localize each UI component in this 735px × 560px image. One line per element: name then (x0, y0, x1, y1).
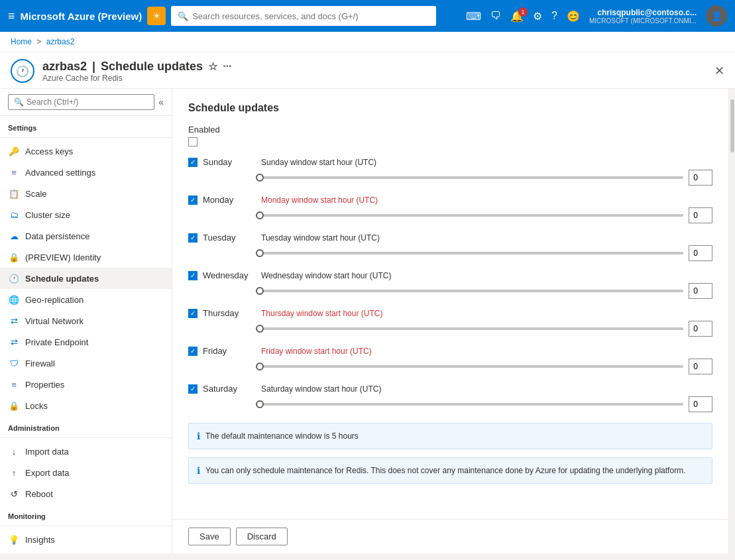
breadcrumb-home[interactable]: Home (11, 37, 32, 46)
tuesday-value-input[interactable] (689, 245, 712, 261)
favorite-star[interactable]: ☆ (208, 60, 217, 73)
search-input[interactable] (192, 11, 429, 21)
sidebar-search-inner[interactable]: 🔍 (8, 94, 154, 110)
sidebar-item-access-keys[interactable]: 🔑 Access keys (0, 140, 172, 162)
sidebar-item-label: Data persistence (25, 231, 90, 241)
sidebar-item-scale[interactable]: 📋 Scale (0, 183, 172, 204)
sidebar-item-cluster-size[interactable]: 🗂 Cluster size (0, 204, 172, 225)
saturday-checkbox[interactable] (188, 384, 198, 394)
info-text-1: The default maintenance window is 5 hour… (205, 430, 359, 442)
thursday-value-input[interactable] (689, 321, 712, 337)
settings-divider (0, 137, 172, 138)
saturday-value-input[interactable] (689, 396, 712, 412)
reboot-icon: ↺ (8, 488, 20, 500)
info-icon-2: ℹ (197, 465, 200, 476)
sidebar-item-insights[interactable]: 💡 Insights (0, 529, 172, 550)
sidebar-item-properties[interactable]: ≡ Properties (0, 374, 172, 395)
wednesday-slider-label: Wednesday window start hour (UTC) (261, 271, 407, 280)
sidebar-item-firewall[interactable]: 🛡 Firewall (0, 353, 172, 374)
friday-checkbox[interactable] (188, 347, 198, 356)
settings-icon[interactable]: ⚙ (533, 10, 542, 23)
sidebar-item-label: Properties (25, 380, 64, 390)
scrollbar[interactable] (728, 89, 735, 553)
identity-icon: 🔒 (8, 251, 20, 263)
day-row-thursday: Thursday Thursday window start hour (UTC… (188, 308, 712, 337)
sidebar-item-label: Access keys (25, 146, 73, 156)
global-search[interactable]: 🔍 (171, 6, 436, 26)
sidebar-item-advanced-settings[interactable]: ≡ Advanced settings (0, 162, 172, 183)
sidebar-item-private-endpoint[interactable]: ⇄ Private Endpoint (0, 331, 172, 353)
saturday-label: Saturday (203, 384, 256, 394)
main-layout: 🔍 « Settings 🔑 Access keys ≡ Advanced se… (0, 89, 735, 553)
day-row-wednesday: Wednesday Wednesday window start hour (U… (188, 270, 712, 299)
friday-thumb[interactable] (256, 363, 264, 370)
sunday-thumb[interactable] (256, 174, 264, 182)
monitoring-section: Monitoring 💡 Insights 🔔 Alerts (0, 504, 172, 553)
sidebar-item-locks[interactable]: 🔒 Locks (0, 395, 172, 416)
info-box-2: ℹ You can only schedule maintenance for … (188, 457, 712, 484)
wednesday-checkbox[interactable] (188, 271, 198, 280)
friday-slider-section: Friday window start hour (UTC) (261, 347, 712, 356)
tuesday-slider-row (188, 245, 712, 261)
sidebar-item-label: Insights (25, 535, 55, 545)
tuesday-track (256, 252, 683, 254)
feedback2-icon[interactable]: 😊 (567, 10, 580, 23)
schedule-updates-icon: 🕐 (8, 272, 20, 284)
tuesday-thumb[interactable] (256, 249, 264, 257)
sidebar-item-import-data[interactable]: ↓ Import data (0, 441, 172, 462)
monday-value-input[interactable] (689, 207, 712, 223)
sidebar-item-identity[interactable]: 🔒 (PREVIEW) Identity (0, 247, 172, 268)
sidebar-item-alerts[interactable]: 🔔 Alerts (0, 550, 172, 553)
enabled-row: Enabled (188, 125, 712, 146)
breadcrumb-separator: > (36, 37, 43, 46)
more-options-icon[interactable]: ··· (223, 60, 231, 72)
saturday-slider-section: Saturday window start hour (UTC) (261, 384, 712, 394)
user-avatar[interactable]: 👤 (706, 5, 727, 27)
resource-type: Azure Cache for Redis (42, 74, 707, 83)
discard-button[interactable]: Discard (236, 528, 288, 545)
wednesday-value-input[interactable] (689, 283, 712, 299)
content-title: Schedule updates (188, 102, 712, 114)
settings-section-label: Settings (0, 116, 172, 135)
scale-icon: 📋 (8, 188, 20, 199)
hamburger-menu[interactable]: ≡ (8, 9, 15, 23)
close-icon[interactable]: ✕ (714, 64, 724, 78)
monday-thumb[interactable] (256, 211, 264, 219)
info-box-1: ℹ The default maintenance window is 5 ho… (188, 423, 712, 449)
page-section: Schedule updates (101, 60, 203, 74)
sidebar-search-input[interactable] (27, 97, 148, 107)
feedback-icon[interactable]: 🗨 (490, 10, 501, 22)
sidebar-item-reboot[interactable]: ↺ Reboot (0, 483, 172, 504)
tuesday-checkbox[interactable] (188, 233, 198, 243)
days-container: Sunday Sunday window start hour (UTC) Mo… (188, 157, 712, 412)
sidebar-collapse-icon[interactable]: « (158, 97, 164, 107)
friday-value-input[interactable] (689, 359, 712, 374)
cloud-shell-icon[interactable]: ⌨ (466, 10, 481, 23)
breadcrumb-current[interactable]: azrbas2 (46, 37, 75, 46)
thursday-thumb[interactable] (256, 325, 264, 333)
notification-badge: 1 (518, 7, 528, 17)
thursday-checkbox[interactable] (188, 309, 198, 318)
sidebar-item-schedule-updates[interactable]: 🕐 Schedule updates (0, 268, 172, 289)
saturday-slider-row (188, 396, 712, 412)
sunday-value-input[interactable] (689, 170, 712, 186)
wednesday-thumb[interactable] (256, 287, 264, 295)
sidebar-item-export-data[interactable]: ↑ Export data (0, 462, 172, 483)
sidebar-item-virtual-network[interactable]: ⇄ Virtual Network (0, 310, 172, 331)
resource-name: azrbas2 (42, 60, 87, 74)
breadcrumb: Home > azrbas2 (0, 32, 735, 52)
saturday-thumb[interactable] (256, 400, 264, 408)
export-icon: ↑ (8, 467, 20, 478)
save-button[interactable]: Save (188, 528, 231, 545)
administration-section: Administration ↓ Import data ↑ Export da… (0, 416, 172, 504)
sidebar-item-data-persistence[interactable]: ☁ Data persistence (0, 225, 172, 247)
sidebar-item-geo-replication[interactable]: 🌐 Geo-replication (0, 289, 172, 310)
page-header-text: azrbas2 | Schedule updates ☆ ··· Azure C… (42, 60, 707, 83)
enabled-checkbox[interactable] (188, 137, 198, 146)
sunday-checkbox[interactable] (188, 158, 198, 167)
monday-checkbox[interactable] (188, 196, 198, 205)
friday-label: Friday (203, 346, 256, 356)
help-icon[interactable]: ? (551, 10, 557, 22)
sidebar-search-container: 🔍 « (0, 89, 172, 116)
notifications-icon[interactable]: 🔔 1 (510, 10, 524, 23)
